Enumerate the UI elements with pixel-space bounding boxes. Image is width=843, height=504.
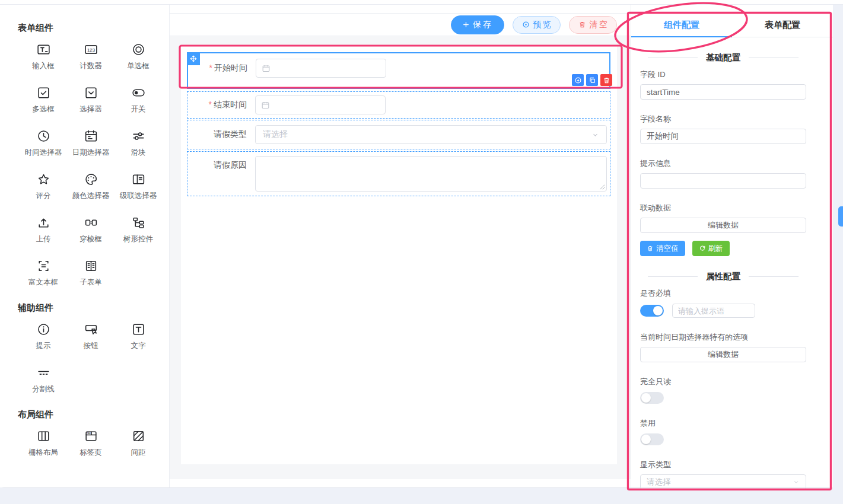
component-group: 辅助组件提示按钮文字分割线 — [0, 302, 169, 396]
plus-icon — [462, 21, 470, 28]
component-item-subform[interactable]: 子表单 — [67, 259, 114, 289]
required-label: 是否必填 — [640, 288, 806, 299]
transfer-icon — [84, 215, 98, 230]
required-row — [640, 304, 806, 318]
save-button[interactable]: 保存 — [451, 15, 504, 34]
calendar-icon — [261, 101, 270, 110]
component-item-upload[interactable]: 上传 — [20, 215, 67, 246]
config-panel: 组件配置 表单配置 基础配置 字段 ID 字段名称 提示信息 联动数据 编辑数据 — [631, 5, 833, 487]
component-grid: 栅格布局TAB标签页间距 — [0, 429, 169, 460]
component-item-time[interactable]: 时间选择器 — [20, 129, 67, 160]
field-name-label: 字段名称 — [640, 114, 806, 125]
component-item-rate[interactable]: 评分 — [20, 172, 67, 203]
readonly-toggle[interactable] — [640, 392, 664, 404]
readonly-row — [640, 392, 806, 404]
select-placeholder: 请选择 — [263, 129, 288, 140]
component-item-button[interactable]: 按钮 — [67, 322, 114, 353]
toggle-knob — [641, 393, 651, 403]
component-label: 按钮 — [84, 341, 98, 351]
component-item-slider[interactable]: 滑块 — [114, 129, 162, 160]
delete-field-button[interactable] — [600, 74, 612, 86]
leave-reason-textarea[interactable] — [255, 156, 607, 192]
component-item-transfer[interactable]: 穿梭框 — [67, 215, 114, 246]
app-card: 表单组件输入框123计数器单选框多选框选择器开关时间选择器日期选择器滑块评分颜色… — [0, 5, 833, 488]
divider-icon — [36, 365, 51, 380]
tab-component-config[interactable]: 组件配置 — [631, 13, 732, 37]
field-name-input[interactable] — [640, 129, 806, 144]
component-label: 标签页 — [79, 448, 102, 458]
component-item-select[interactable]: 选择器 — [67, 85, 114, 116]
date-icon — [84, 129, 98, 143]
refresh-label: 刷新 — [708, 244, 723, 254]
copy-field-button[interactable] — [586, 74, 598, 86]
text-icon — [131, 322, 146, 337]
field-label: *结束时间 — [187, 100, 247, 110]
component-item-text[interactable]: 文字 — [114, 322, 162, 353]
sidebar-groups: 表单组件输入框123计数器单选框多选框选择器开关时间选择器日期选择器滑块评分颜色… — [0, 23, 169, 460]
form-field-leave-reason[interactable]: 请假原因 — [187, 151, 610, 196]
component-item-spacing[interactable]: 间距 — [114, 429, 162, 460]
component-label: 单选框 — [127, 61, 149, 71]
field-label: 请假原因 — [187, 160, 247, 171]
component-label: 时间选择器 — [25, 148, 62, 158]
preview-button[interactable]: 预览 — [513, 16, 561, 34]
component-item-tip[interactable]: 提示 — [20, 322, 67, 353]
required-toggle[interactable] — [640, 305, 664, 317]
component-label: 提示 — [36, 341, 51, 351]
tab-form-config[interactable]: 表单配置 — [732, 13, 833, 37]
component-item-color[interactable]: 颜色选择器 — [67, 172, 114, 203]
component-item-counter[interactable]: 123计数器 — [67, 42, 114, 73]
checkbox-icon — [36, 85, 51, 100]
component-item-tree[interactable]: 树形控件 — [114, 215, 162, 246]
config-tabs: 组件配置 表单配置 — [631, 13, 833, 37]
counter-icon: 123 — [84, 42, 98, 57]
button-icon — [84, 322, 98, 337]
tree-icon — [131, 215, 146, 230]
component-item-checkbox[interactable]: 多选框 — [20, 85, 67, 116]
tip-info-input[interactable] — [640, 173, 806, 189]
form-field-leave-type[interactable]: 请假类型 请选择 — [187, 120, 610, 149]
component-group: 布局组件栅格布局TAB标签页间距 — [0, 409, 169, 460]
trash-icon — [603, 76, 610, 84]
required-asterisk: * — [209, 100, 212, 109]
clear-button[interactable]: 清空 — [569, 16, 617, 34]
component-item-tabs[interactable]: TAB标签页 — [67, 429, 114, 460]
leave-type-select[interactable]: 请选择 — [255, 125, 607, 144]
clear-value-button[interactable]: 清空值 — [640, 241, 685, 256]
component-label: 开关 — [131, 104, 146, 114]
slider-icon — [131, 129, 146, 143]
component-item-input[interactable]: 输入框 — [20, 42, 67, 73]
value-action-row: 清空值 刷新 — [640, 241, 806, 256]
component-item-cascader[interactable]: 级联选择器 — [114, 172, 162, 203]
component-item-switch[interactable]: 开关 — [114, 85, 162, 116]
required-message-input[interactable] — [672, 304, 755, 318]
form-canvas: *开始时间 — [170, 36, 631, 479]
component-item-grid[interactable]: 栅格布局 — [20, 429, 67, 460]
display-type-select[interactable]: 请选择 — [640, 474, 806, 490]
component-label: 颜色选择器 — [72, 191, 110, 201]
field-id-input[interactable] — [640, 84, 806, 100]
component-label: 滑块 — [131, 148, 146, 158]
insert-field-button[interactable] — [572, 74, 584, 86]
drag-handle[interactable] — [187, 52, 200, 65]
form-field-end-time[interactable]: *结束时间 — [187, 91, 610, 119]
component-item-richtext[interactable]: 富文本框 — [20, 259, 67, 289]
cascader-icon — [131, 172, 146, 187]
tab-label: 组件配置 — [664, 20, 699, 31]
grid-icon — [36, 429, 51, 444]
form-field-start-time[interactable]: *开始时间 — [187, 52, 610, 89]
component-item-radio[interactable]: 单选框 — [114, 42, 162, 73]
edit-linkage-data-button[interactable]: 编辑数据 — [640, 218, 806, 233]
edit-datetime-options-button[interactable]: 编辑数据 — [640, 347, 806, 362]
disabled-toggle[interactable] — [640, 433, 664, 445]
component-label: 多选框 — [32, 104, 55, 114]
refresh-button[interactable]: 刷新 — [692, 241, 730, 256]
end-time-date-input[interactable] — [255, 95, 386, 114]
group-title: 辅助组件 — [18, 302, 169, 314]
start-time-date-input[interactable] — [256, 59, 386, 78]
component-group: 表单组件输入框123计数器单选框多选框选择器开关时间选择器日期选择器滑块评分颜色… — [0, 23, 169, 289]
component-item-divider[interactable]: 分割线 — [20, 365, 67, 396]
component-item-date[interactable]: 日期选择器 — [67, 129, 114, 160]
radio-icon — [131, 42, 146, 57]
edge-drawer-handle[interactable] — [838, 206, 843, 227]
